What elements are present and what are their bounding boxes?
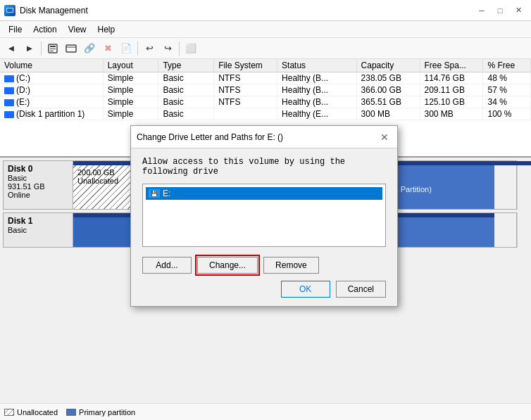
drive-icon: 💾 — [149, 189, 160, 198]
modal-close-button[interactable]: ✕ — [377, 130, 392, 144]
ok-button[interactable]: OK — [281, 281, 330, 298]
cancel-button[interactable]: Cancel — [336, 281, 386, 298]
modal-overlay: Change Drive Letter and Paths for E: () … — [0, 0, 531, 420]
modal-body: Allow access to this volume by using the… — [131, 148, 397, 306]
modal-title-bar: Change Drive Letter and Paths for E: () … — [131, 126, 397, 148]
drive-letter: E: — [163, 189, 170, 198]
modal-action-buttons: Add... Change... Remove — [142, 257, 386, 274]
modal-ok-buttons: OK Cancel — [142, 281, 386, 298]
drive-listbox[interactable]: 💾 E: — [142, 184, 386, 247]
drive-list-item[interactable]: 💾 E: — [146, 187, 382, 200]
remove-button[interactable]: Remove — [263, 257, 319, 274]
modal-description: Allow access to this volume by using the… — [142, 157, 386, 177]
modal-title: Change Drive Letter and Paths for E: () — [137, 132, 283, 142]
add-button[interactable]: Add... — [142, 257, 192, 274]
change-drive-dialog: Change Drive Letter and Paths for E: () … — [130, 125, 398, 307]
change-button[interactable]: Change... — [197, 257, 258, 274]
